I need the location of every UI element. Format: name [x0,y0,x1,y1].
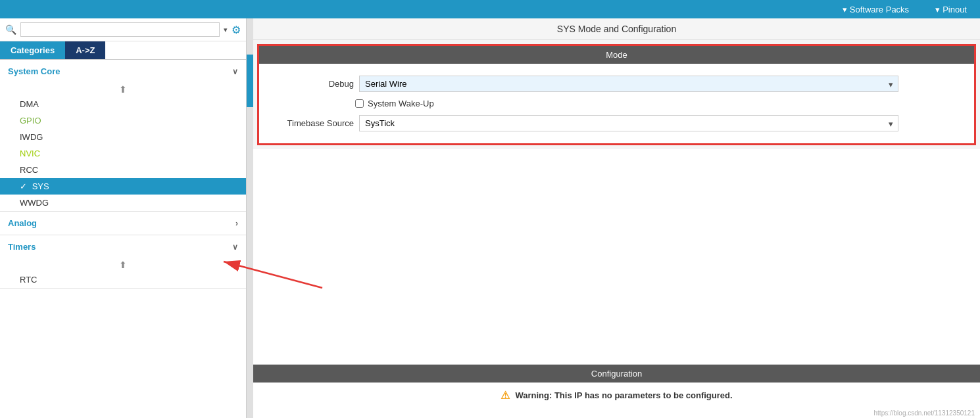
chevron-down-icon: ▾ [843,5,847,14]
pinout-label: Pinout [943,5,967,14]
sidebar-item-dma[interactable]: DMA [0,96,246,112]
tab-az[interactable]: A->Z [65,41,105,59]
software-packs-label: Software Packs [850,5,909,14]
spacer [253,149,980,364]
sidebar-item-sys[interactable]: ✓ SYS [0,178,246,195]
debug-label: Debug [275,79,354,89]
sidebar-item-wwdg[interactable]: WWDG [0,195,246,211]
sidebar: 🔍 ▾ ⚙ Categories A->Z System Core ∨ [0,18,247,418]
timebase-select-wrapper: SysTick TIM1 TIM2 ▾ [359,115,898,131]
chevron-down-icon: ∨ [232,67,238,76]
warning-text: Warning: This IP has no parameters to be… [515,390,732,400]
category-group-analog: Analog › [0,212,246,235]
search-bar: 🔍 ▾ ⚙ [0,18,246,41]
debug-select-wrapper: Serial Wire No Debug Trace Asynchronous … [359,76,898,92]
config-section-header: Configuration [253,365,980,383]
top-bar: ▾ Software Packs ▾ Pinout [0,0,980,18]
right-content: SYS Mode and Configuration Mode Debug Se… [253,18,980,418]
category-group-system-core: System Core ∨ ⬆ DMA GPIO IWDG NVIC [0,60,246,212]
chevron-right-icon: › [235,219,238,228]
timebase-select[interactable]: SysTick TIM1 TIM2 [359,115,898,131]
category-label-timers: Timers [8,242,36,252]
mode-section-body: Debug Serial Wire No Debug Trace Asynchr… [259,64,974,143]
tab-categories[interactable]: Categories [0,41,65,59]
warning-row: ⚠ Warning: This IP has no parameters to … [253,383,980,408]
content-title: SYS Mode and Configuration [253,18,980,40]
debug-select[interactable]: Serial Wire No Debug Trace Asynchronous … [359,76,898,92]
search-dropdown-button[interactable]: ▾ [224,26,228,34]
sidebar-content: System Core ∨ ⬆ DMA GPIO IWDG NVIC [0,60,246,418]
drag-handle-icon: ⬆ [119,84,127,95]
category-group-timers: Timers ∨ ⬆ RTC [0,235,246,289]
timebase-form-row: Timebase Source SysTick TIM1 TIM2 ▾ [270,111,964,135]
category-header-timers[interactable]: Timers ∨ [0,235,246,258]
category-header-system-core[interactable]: System Core ∨ [0,60,246,83]
software-packs-menu[interactable]: ▾ Software Packs [843,5,909,14]
system-wakeup-label: System Wake-Up [368,99,434,108]
system-wakeup-row: System Wake-Up [270,96,964,111]
sidebar-item-rcc[interactable]: RCC [0,162,246,178]
category-label-system-core: System Core [8,66,60,76]
main-layout: 🔍 ▾ ⚙ Categories A->Z System Core ∨ [0,18,980,418]
tab-bar: Categories A->Z [0,41,246,60]
check-icon: ✓ [20,181,27,191]
scrollbar-thumb[interactable] [247,55,253,107]
settings-gear-button[interactable]: ⚙ [232,24,241,36]
drag-handle-timers[interactable]: ⬆ [0,258,246,271]
sidebar-item-iwdg[interactable]: IWDG [0,129,246,145]
url-text: https://blog.csdn.net/11312350121 [253,408,980,418]
search-icon: 🔍 [5,24,16,35]
mode-section-bordered: Mode Debug Serial Wire No Debug Trace As… [257,44,976,145]
warning-triangle-icon: ⚠ [501,389,510,402]
sidebar-item-rtc[interactable]: RTC [0,271,246,288]
system-wakeup-checkbox[interactable] [355,99,364,108]
debug-form-row: Debug Serial Wire No Debug Trace Asynchr… [270,72,964,96]
pinout-menu[interactable]: ▾ Pinout [935,5,967,14]
drag-handle-system-core[interactable]: ⬆ [0,83,246,96]
search-input[interactable] [20,22,220,37]
category-header-analog[interactable]: Analog › [0,212,246,235]
config-section: Configuration ⚠ Warning: This IP has no … [253,364,980,418]
right-scroll: Mode Debug Serial Wire No Debug Trace As… [253,40,980,418]
sidebar-scrollbar[interactable] [247,18,253,418]
sidebar-item-gpio[interactable]: GPIO [0,112,246,129]
drag-handle-icon: ⬆ [119,260,127,270]
mode-section-header: Mode [259,46,974,64]
chevron-down-icon: ∨ [232,243,238,252]
timebase-label: Timebase Source [275,118,354,128]
sidebar-item-nvic[interactable]: NVIC [0,145,246,162]
chevron-down-icon: ▾ [935,5,940,14]
category-label-analog: Analog [8,218,37,228]
